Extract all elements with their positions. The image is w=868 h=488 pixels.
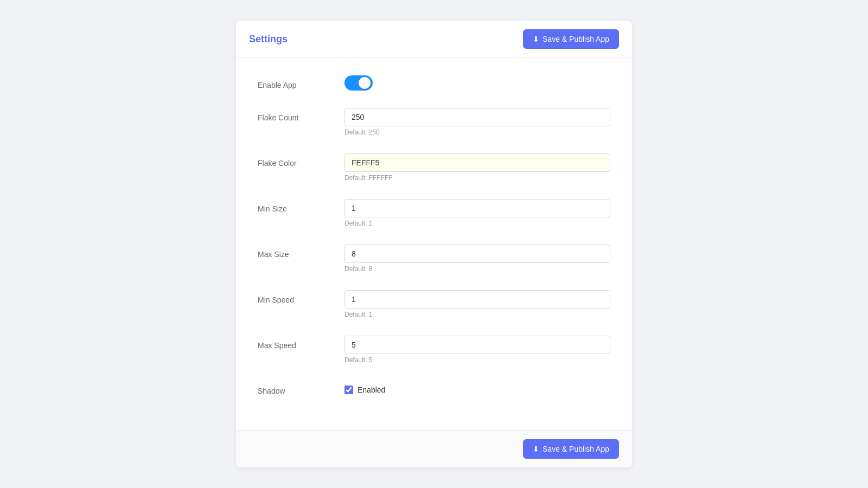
flake-count-control: Default: 250 [344,108,610,136]
page-title: Settings [249,34,288,45]
max-speed-label: Max Speed [258,336,344,350]
min-speed-hint: Default: 1 [344,311,610,318]
min-size-label: Min Size [258,199,344,213]
max-speed-hint: Default: 5 [344,356,610,364]
save-publish-label-top: Save & Publish App [542,35,609,43]
min-speed-input[interactable] [344,290,610,309]
flake-color-input[interactable] [344,153,610,172]
max-size-label: Max Size [258,245,344,259]
min-speed-control: Default: 1 [344,290,610,318]
footer: ⬇ Save & Publish App [236,430,632,467]
min-size-hint: Default: 1 [344,220,610,227]
min-size-control: Default: 1 [344,199,610,227]
min-speed-label: Min Speed [258,290,344,304]
max-speed-input[interactable] [344,336,610,354]
flake-color-control: Default: FFFFFF [344,153,610,182]
flake-count-label: Flake Count [258,108,344,122]
shadow-checkbox[interactable] [344,386,353,394]
shadow-enabled-text: Enabled [358,386,385,394]
flake-color-hint: Default: FFFFFF [344,174,610,182]
max-speed-row: Max Speed Default: 5 [258,336,610,364]
shadow-checkbox-label[interactable]: Enabled [344,381,610,394]
flake-count-hint: Default: 250 [344,129,610,136]
enable-app-control [344,75,610,91]
settings-panel: Settings ⬇ Save & Publish App Enable App… [236,21,632,467]
max-size-input[interactable] [344,245,610,263]
shadow-label: Shadow [258,381,344,395]
min-size-input[interactable] [344,199,610,217]
max-size-row: Max Size Default: 8 [258,245,610,273]
enable-app-label: Enable App [258,75,344,89]
min-size-row: Min Size Default: 1 [258,199,610,227]
flake-count-row: Flake Count Default: 250 [258,108,610,136]
flake-color-label: Flake Color [258,153,344,168]
flake-count-input[interactable] [344,108,610,126]
shadow-control: Enabled [344,381,610,394]
form-content: Enable App Flake Count Default: 250 Flak… [236,58,632,430]
save-publish-button-bottom[interactable]: ⬇ Save & Publish App [523,439,619,459]
save-publish-label-bottom: Save & Publish App [542,445,609,453]
toggle-slider [344,75,373,91]
enable-app-row: Enable App [258,75,610,91]
shadow-row: Shadow Enabled [258,381,610,395]
save-publish-button-top[interactable]: ⬇ Save & Publish App [523,29,619,49]
max-size-control: Default: 8 [344,245,610,273]
save-icon-top: ⬇ [533,35,539,43]
save-icon-bottom: ⬇ [533,445,539,453]
enable-app-toggle[interactable] [344,75,373,91]
header: Settings ⬇ Save & Publish App [236,21,632,58]
max-speed-control: Default: 5 [344,336,610,364]
min-speed-row: Min Speed Default: 1 [258,290,610,318]
max-size-hint: Default: 8 [344,265,610,273]
flake-color-row: Flake Color Default: FFFFFF [258,153,610,182]
